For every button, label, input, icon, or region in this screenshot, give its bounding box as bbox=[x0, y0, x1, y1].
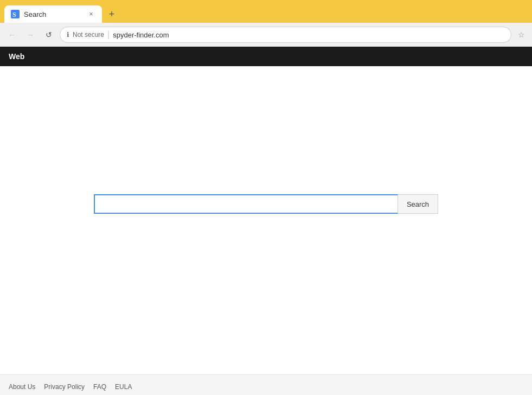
active-tab[interactable]: S Search × bbox=[4, 5, 102, 23]
footer-link-about-us[interactable]: About Us bbox=[9, 383, 35, 391]
address-bar[interactable]: ℹ Not secure | bbox=[60, 27, 511, 43]
tab-close-button[interactable]: × bbox=[87, 10, 95, 18]
forward-button[interactable]: → bbox=[23, 27, 38, 42]
site-nav-web[interactable]: Web bbox=[9, 52, 24, 61]
not-secure-label: Not secure bbox=[73, 31, 104, 39]
site-footer: About Us Privacy Policy FAQ EULA bbox=[0, 374, 532, 395]
browser-chrome: S Search × + ← → ↺ ℹ Not secure | ☆ bbox=[0, 0, 532, 47]
reload-button[interactable]: ↺ bbox=[41, 27, 56, 42]
footer-link-eula[interactable]: EULA bbox=[115, 383, 132, 391]
tab-bar: S Search × + bbox=[0, 3, 532, 23]
back-button[interactable]: ← bbox=[4, 27, 20, 42]
tab-title: Search bbox=[24, 10, 82, 18]
url-input[interactable] bbox=[113, 31, 504, 39]
bookmark-button[interactable]: ☆ bbox=[515, 28, 528, 41]
site-nav-bar: Web bbox=[0, 47, 532, 66]
new-tab-button[interactable]: + bbox=[104, 7, 119, 22]
search-form: Search bbox=[94, 194, 438, 214]
tab-favicon: S bbox=[11, 10, 20, 18]
footer-link-faq[interactable]: FAQ bbox=[93, 383, 106, 391]
footer-link-privacy-policy[interactable]: Privacy Policy bbox=[44, 383, 85, 391]
address-separator: | bbox=[107, 30, 110, 40]
search-input[interactable] bbox=[94, 194, 398, 214]
website-frame: Web Search About Us Privacy Policy FAQ E… bbox=[0, 47, 532, 395]
security-icon: ℹ bbox=[67, 31, 69, 39]
site-main-content: Search bbox=[0, 66, 532, 374]
svg-text:S: S bbox=[12, 11, 16, 18]
search-button[interactable]: Search bbox=[398, 194, 438, 214]
nav-bar: ← → ↺ ℹ Not secure | ☆ bbox=[0, 23, 532, 47]
